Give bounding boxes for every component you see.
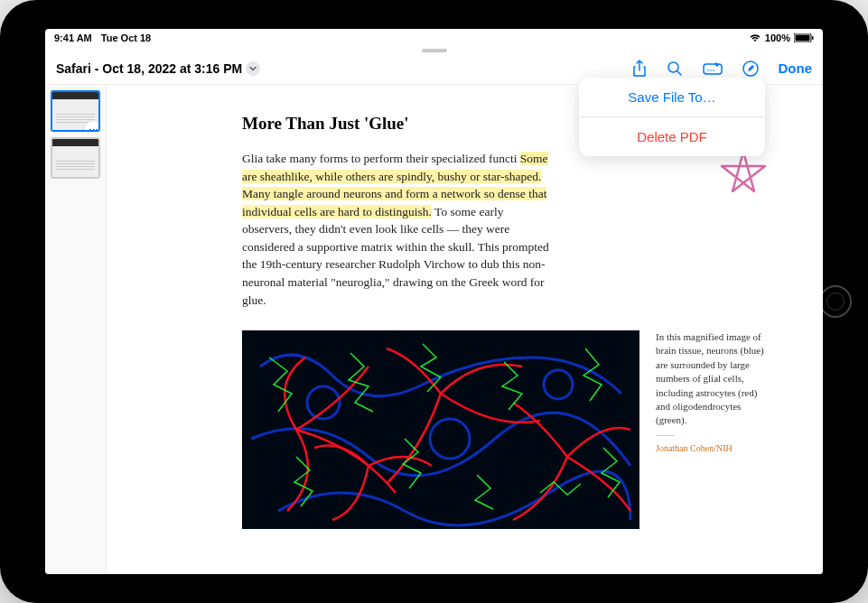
figure-caption: In this magnified image of brain tissue,…	[656, 330, 764, 455]
caption-text: In this magnified image of brain tissue,…	[656, 331, 764, 425]
save-file-to-button[interactable]: Save File To…	[579, 78, 765, 117]
context-menu-popover: Save File To… Delete PDF	[579, 78, 765, 156]
ipad-bezel: 9:41 AM Tue Oct 18 100% Safari - Oct 18,…	[0, 0, 868, 603]
svg-rect-1	[796, 35, 810, 42]
svg-point-5	[707, 70, 709, 71]
status-date: Tue Oct 18	[101, 32, 151, 43]
content-area: ⋯ More Than Just 'Glue' Glia take many f…	[45, 85, 823, 574]
document-title-area[interactable]: Safari - Oct 18, 2022 at 3:16 PM	[56, 61, 260, 76]
article-paragraph: Glia take many forms to perform their sp…	[242, 150, 549, 309]
caption-credit: Jonathan Cohen/NIH	[656, 443, 733, 453]
document-title: Safari - Oct 18, 2022 at 3:16 PM	[56, 61, 242, 76]
markup-pen-icon[interactable]	[742, 60, 759, 77]
thumbnail-page-2[interactable]	[51, 137, 100, 179]
search-icon[interactable]	[667, 60, 683, 77]
share-icon[interactable]	[632, 60, 647, 78]
star-annotation	[716, 148, 770, 202]
article-figure	[242, 330, 639, 529]
document-page[interactable]: More Than Just 'Glue' Glia take many for…	[107, 85, 823, 574]
status-time: 9:41 AM	[54, 32, 92, 43]
chevron-down-icon	[246, 61, 260, 76]
svg-point-3	[668, 62, 678, 72]
done-button[interactable]: Done	[779, 60, 813, 76]
status-bar: 9:41 AM Tue Oct 18 100%	[45, 29, 823, 47]
home-button[interactable]	[819, 285, 852, 318]
wifi-icon	[749, 33, 761, 42]
thumbnail-sidebar: ⋯	[45, 85, 107, 574]
svg-rect-2	[812, 36, 814, 40]
thumbnail-page-1[interactable]: ⋯	[51, 90, 100, 132]
battery-text: 100%	[765, 32, 790, 43]
battery-icon	[794, 33, 814, 42]
screen: 9:41 AM Tue Oct 18 100% Safari - Oct 18,…	[45, 29, 823, 574]
delete-pdf-button[interactable]: Delete PDF	[579, 117, 765, 156]
markup-icon[interactable]	[703, 61, 723, 76]
svg-point-6	[710, 70, 712, 71]
thumbnail-options-icon[interactable]: ⋯	[84, 121, 100, 132]
text-segment: To some early observers, they didn't eve…	[242, 205, 549, 307]
text-segment: Glia take many forms to perform their sp…	[242, 152, 517, 165]
svg-rect-4	[704, 64, 722, 74]
svg-point-7	[713, 70, 714, 71]
